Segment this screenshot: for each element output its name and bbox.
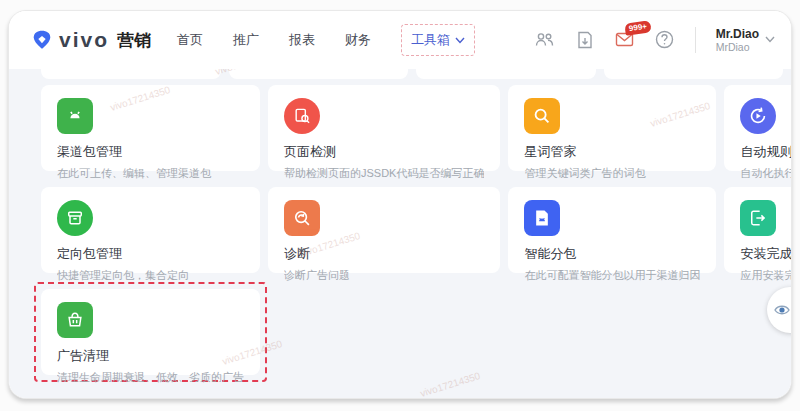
card-title: 广告清理 xyxy=(57,347,244,365)
unread-count-badge: 999+ xyxy=(624,20,651,36)
clipped-card-row xyxy=(41,69,783,79)
card-desc: 清理生命周期衰退、低效、劣质的广告 xyxy=(57,370,244,385)
nav-toolbox[interactable]: 工具箱 xyxy=(401,24,475,56)
clipped-card xyxy=(416,69,596,79)
card-desc: 管理关键词类广告的词包 xyxy=(524,166,700,181)
smart-package-icon xyxy=(524,200,560,236)
nav-finance[interactable]: 财务 xyxy=(345,31,371,49)
clipped-card xyxy=(229,69,409,79)
card-desc: 帮助检测页面的JSSDK代码是否编写正确 xyxy=(284,166,484,181)
tool-card-smart-package[interactable]: 智能分包 在此可配置智能分包以用于渠道归因 xyxy=(508,187,716,273)
ad-clean-icon xyxy=(57,302,93,338)
card-title: 页面检测 xyxy=(284,143,484,161)
vivo-logo-icon xyxy=(31,29,53,51)
nav-toolbox-label: 工具箱 xyxy=(411,31,450,49)
card-desc: 在此可配置智能分包以用于渠道归因 xyxy=(524,268,700,283)
target-package-icon xyxy=(57,200,93,236)
tool-card-grid: 渠道包管理 在此可上传、编辑、管理渠道包 页面检测 帮助检测页面的JSSDK代码… xyxy=(41,85,783,375)
brand-text: vivo xyxy=(59,28,109,52)
install-notify-icon xyxy=(740,200,776,236)
tool-card-page-check[interactable]: 页面检测 帮助检测页面的JSSDK代码是否编写正确 xyxy=(268,85,500,171)
card-title: 渠道包管理 xyxy=(57,143,244,161)
tool-card-ad-clean[interactable]: 广告清理 清理生命周期衰退、低效、劣质的广告 xyxy=(41,289,260,375)
annotation-highlight: 广告清理 清理生命周期衰退、低效、劣质的广告 xyxy=(34,282,267,382)
android-package-icon xyxy=(57,98,93,134)
vivo-logo[interactable]: vivo 营销 xyxy=(31,28,151,52)
nav-promotion[interactable]: 推广 xyxy=(233,31,259,49)
nav-reports[interactable]: 报表 xyxy=(289,31,315,49)
help-icon[interactable] xyxy=(655,30,675,50)
toolbox-panel: 渠道包管理 在此可上传、编辑、管理渠道包 页面检测 帮助检测页面的JSSDK代码… xyxy=(9,69,791,398)
screen: vivo 营销 首页 推广 报表 财务 工具箱 xyxy=(0,0,800,411)
card-title: 定向包管理 xyxy=(57,245,244,263)
card-desc: 在此可上传、编辑、管理渠道包 xyxy=(57,166,244,181)
header-actions: 999+ Mr.Diao MrDiao xyxy=(535,27,775,54)
user-display-name: Mr.Diao xyxy=(716,27,759,41)
tool-card-keyword-manager[interactable]: 星词管家 管理关键词类广告的词包 xyxy=(508,85,716,171)
card-title: 安装完成提醒设置 xyxy=(740,245,791,263)
top-navbar: vivo 营销 首页 推广 报表 财务 工具箱 xyxy=(9,11,791,69)
floating-widget-icon xyxy=(774,303,790,317)
user-menu[interactable]: Mr.Diao MrDiao xyxy=(716,27,775,54)
keyword-search-icon xyxy=(524,98,560,134)
user-account-name: MrDiao xyxy=(716,41,759,54)
tool-card-install-notify[interactable]: 安装完成提醒设置 应用安装完成提醒可在此进行线上配置 xyxy=(724,187,791,273)
card-title: 星词管家 xyxy=(524,143,700,161)
clipped-card xyxy=(41,69,221,79)
app-window: vivo 营销 首页 推广 报表 财务 工具箱 xyxy=(8,10,792,399)
tool-card-channel-package[interactable]: 渠道包管理 在此可上传、编辑、管理渠道包 xyxy=(41,85,260,171)
tool-card-targeting-package[interactable]: 定向包管理 快捷管理定向包，集合定向 xyxy=(41,187,260,273)
card-title: 智能分包 xyxy=(524,245,700,263)
card-desc: 快捷管理定向包，集合定向 xyxy=(57,268,244,283)
card-title: 诊断 xyxy=(284,245,484,263)
chevron-down-icon xyxy=(455,37,465,44)
header-divider xyxy=(695,27,696,53)
tool-card-diagnose[interactable]: 诊断 诊断广告问题 xyxy=(268,187,500,273)
brand-suffix-text: 营销 xyxy=(117,29,151,52)
document-export-icon[interactable] xyxy=(575,30,595,50)
card-desc: 自动化执行特定操作，助力投放效率 xyxy=(740,166,791,181)
card-desc: 应用安装完成提醒可在此进行线上配置 xyxy=(740,268,791,283)
messages-icon[interactable]: 999+ xyxy=(615,30,635,50)
diagnose-icon xyxy=(284,200,320,236)
page-check-icon xyxy=(284,98,320,134)
main-nav: 首页 推广 报表 财务 工具箱 xyxy=(177,24,475,56)
auto-rule-icon xyxy=(740,98,776,134)
card-title: 自动规则 xyxy=(740,143,791,161)
accounts-icon[interactable] xyxy=(535,30,555,50)
chevron-down-icon xyxy=(765,36,775,43)
card-desc: 诊断广告问题 xyxy=(284,268,484,283)
clipped-card xyxy=(604,69,784,79)
nav-home[interactable]: 首页 xyxy=(177,31,203,49)
tool-card-auto-rules[interactable]: 自动规则 自动化执行特定操作，助力投放效率 xyxy=(724,85,791,171)
